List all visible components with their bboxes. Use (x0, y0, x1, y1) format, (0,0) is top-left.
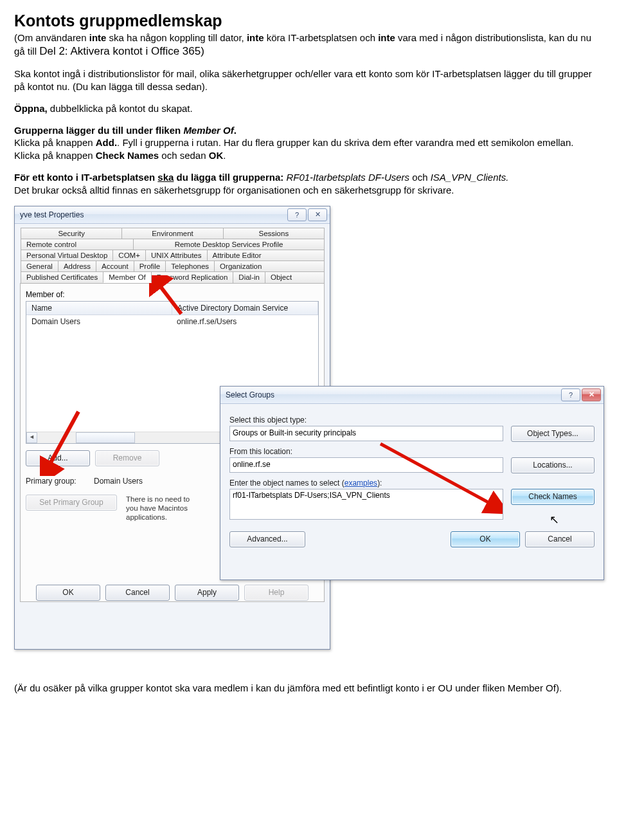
close-button[interactable]: ✕ (582, 388, 601, 401)
tab-complus[interactable]: COM+ (112, 250, 146, 260)
titlebar: Select Groups ? ✕ (220, 387, 604, 404)
list-item[interactable]: Domain Users online.rf.se/Users (26, 315, 318, 328)
tab-profile[interactable]: Profile (134, 260, 166, 271)
col-name[interactable]: Name (26, 302, 172, 315)
check-names-button[interactable]: Check Names (511, 489, 595, 505)
list-header: Name Active Directory Domain Service (26, 302, 318, 315)
primary-group-label: Primary group: (26, 477, 85, 486)
help-button-bottom[interactable]: Help (244, 585, 308, 601)
tab-pvd[interactable]: Personal Virtual Desktop (21, 250, 113, 260)
help-button[interactable]: ? (287, 208, 307, 221)
ok-button[interactable]: OK (451, 531, 520, 547)
paragraph-7: För ett konto i IT-arbetsplatsen ska du … (14, 171, 603, 184)
object-names-label: Enter the object names to select (exampl… (229, 479, 595, 488)
tab-member-of[interactable]: Member Of (103, 271, 152, 283)
window-title: Select Groups (226, 390, 560, 399)
select-groups-dialog: Select Groups ? ✕ Select this object typ… (220, 386, 604, 580)
apply-button[interactable]: Apply (175, 585, 239, 601)
paragraph-6: Klicka på knappen Check Names och sedan … (14, 149, 603, 162)
remove-button[interactable]: Remove (95, 450, 159, 466)
paragraph-2: Ska kontot ingå i distributionslistor fö… (14, 68, 603, 93)
close-button[interactable]: ✕ (308, 208, 327, 221)
object-types-button[interactable]: Object Types... (511, 426, 595, 442)
paragraph-4: Grupperna lägger du till under fliken Me… (14, 124, 603, 137)
location-label: From this location: (229, 447, 595, 456)
tab-sessions[interactable]: Sessions (223, 228, 325, 239)
locations-button[interactable]: Locations... (511, 457, 595, 473)
ok-button[interactable]: OK (36, 585, 100, 601)
window-title: yve test Properties (20, 210, 286, 219)
tab-address[interactable]: Address (58, 260, 96, 271)
help-button[interactable]: ? (561, 388, 580, 401)
member-of-label: Member of: (26, 290, 319, 299)
cancel-button[interactable]: Cancel (525, 531, 595, 547)
tab-telephones[interactable]: Telephones (165, 260, 215, 271)
scroll-left-icon[interactable]: ◄ (26, 432, 37, 443)
object-type-field: Groups or Built-in security principals (229, 426, 503, 441)
paragraph-5: Klicka på knappen Add.. Fyll i grupperna… (14, 136, 603, 149)
primary-group-hint: There is no need to you have Macintos ap… (126, 495, 190, 522)
titlebar: yve test Properties ? ✕ (15, 206, 330, 224)
add-button[interactable]: Add... (26, 450, 90, 466)
footer-paragraph: (Är du osäker på vilka grupper kontot sk… (14, 682, 603, 695)
paragraph-3: Öppna, dubbelklicka på kontot du skapat. (14, 102, 603, 115)
tab-environment[interactable]: Environment (121, 228, 223, 239)
tab-rds-profile[interactable]: Remote Desktop Services Profile (133, 239, 325, 250)
col-service[interactable]: Active Directory Domain Service (172, 302, 318, 315)
paragraph-8: Det brukar också alltid finnas en säkerh… (14, 184, 603, 197)
tab-dialin[interactable]: Dial-in (233, 271, 265, 283)
tab-remote-control[interactable]: Remote control (21, 239, 134, 250)
object-type-label: Select this object type: (229, 415, 595, 425)
tab-organization[interactable]: Organization (214, 260, 325, 271)
tab-security[interactable]: Security (21, 228, 122, 239)
cancel-button[interactable]: Cancel (105, 585, 170, 601)
screenshot-composite: yve test Properties ? ✕ Security Environ… (14, 206, 605, 656)
tab-unix[interactable]: UNIX Attributes (145, 250, 208, 260)
tab-attribute-editor[interactable]: Attribute Editor (207, 250, 325, 260)
tab-password-replication[interactable]: Password Replication (151, 271, 234, 283)
page-title: Kontots gruppmedlemskap (14, 12, 603, 30)
object-names-input[interactable]: rf01-ITarbetsplats DF-Users;ISA_VPN_Clie… (229, 489, 503, 520)
primary-group-value: Domain Users (94, 477, 143, 486)
tab-object[interactable]: Object (265, 271, 325, 283)
tab-account[interactable]: Account (96, 260, 134, 271)
scroll-thumb[interactable] (76, 432, 135, 443)
tabstrip: Security Environment Sessions Remote con… (20, 228, 325, 284)
set-primary-group-button[interactable]: Set Primary Group (26, 495, 117, 511)
location-field: online.rf.se (229, 457, 503, 473)
tab-published-certs[interactable]: Published Certificates (21, 271, 103, 283)
tab-general[interactable]: General (21, 260, 58, 271)
advanced-button[interactable]: Advanced... (229, 531, 305, 547)
intro-paragraph: (Om användaren inte ska ha någon kopplin… (14, 32, 603, 59)
examples-link[interactable]: examples (344, 479, 377, 488)
